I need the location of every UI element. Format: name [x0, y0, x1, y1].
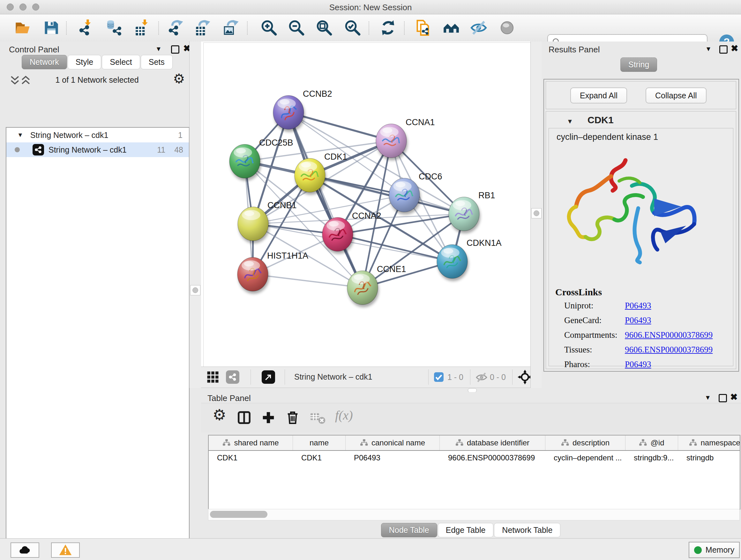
network-current-dot-icon	[15, 147, 20, 152]
left-splitter[interactable]	[189, 42, 201, 388]
left-splitter-grip[interactable]	[190, 285, 200, 295]
network-node-CDK1[interactable]	[294, 159, 325, 192]
export-image-button[interactable]	[224, 19, 240, 36]
network-edge[interactable]	[253, 274, 362, 288]
right-splitter[interactable]	[530, 42, 542, 388]
network-node-CCNA2[interactable]	[322, 217, 353, 251]
crosslink-link[interactable]: P06493	[625, 315, 651, 325]
column-header-name[interactable]: name	[293, 435, 346, 450]
memory-button[interactable]: Memory	[689, 542, 740, 558]
selected-checkbox-icon[interactable]	[434, 372, 444, 382]
column-header-shared-name[interactable]: shared name	[209, 435, 293, 450]
tab-select[interactable]: Select	[102, 55, 140, 69]
control-panel-float-icon[interactable]: ▼	[155, 45, 162, 53]
home-pair-icon	[443, 19, 460, 36]
delete-table-icon[interactable]	[310, 410, 326, 425]
save-session-button[interactable]	[43, 19, 59, 36]
network-share-icon[interactable]	[226, 370, 239, 384]
network-node-CCNE1[interactable]	[347, 271, 378, 305]
node-table[interactable]: shared namename canonical name database …	[208, 435, 740, 509]
hidden-eye-icon[interactable]	[475, 371, 488, 383]
export-network-button[interactable]	[168, 19, 185, 36]
function-builder-icon[interactable]: f(x)	[335, 408, 353, 423]
network-node-HIST1H1A[interactable]	[238, 257, 268, 291]
network-canvas[interactable]: CCNB2CCNA1CDC25BCDK1CDC6RB1CCNB1CCNA2CDK…	[203, 43, 531, 367]
network-node-CCNB2[interactable]	[273, 96, 304, 129]
tab-sets[interactable]: Sets	[141, 55, 173, 69]
open-session-icon	[14, 19, 31, 36]
network-node-RB1[interactable]	[449, 197, 479, 231]
network-row[interactable]: String Network – cdk1 11 48	[6, 142, 189, 157]
table-hscrollbar-thumb[interactable]	[210, 511, 267, 518]
warning-button[interactable]	[51, 543, 80, 558]
render-detail-button[interactable]	[499, 19, 515, 36]
expand-all-button[interactable]: Expand All	[570, 87, 627, 104]
crosslink-link[interactable]: 9606.ENSP00000378699	[625, 345, 713, 354]
import-table-button[interactable]	[135, 19, 151, 36]
column-header-namespace[interactable]: namespace	[678, 435, 740, 450]
crosslink-link[interactable]: P06493	[625, 360, 651, 369]
network-node-CDC25B[interactable]	[229, 144, 260, 178]
network-options-gear-icon[interactable]: ⚙	[173, 71, 185, 86]
share-document-button[interactable]	[414, 19, 431, 36]
home-pair-button[interactable]	[443, 19, 460, 36]
collapse-all-button[interactable]: Collapse All	[646, 87, 706, 104]
tab-network[interactable]: Network	[22, 55, 67, 69]
zoom-out-button[interactable]	[288, 19, 305, 36]
import-network-button[interactable]	[79, 19, 95, 36]
crosslink-link[interactable]: 9606.ENSP00000378699	[625, 330, 713, 340]
column-header-database-identifier[interactable]: database identifier	[440, 435, 545, 450]
right-splitter-grip[interactable]	[531, 208, 542, 219]
control-panel-maximize-icon[interactable]	[171, 45, 179, 54]
zoom-fit-button[interactable]	[316, 19, 333, 36]
collection-count: 1	[178, 131, 183, 140]
results-panel-float-icon[interactable]: ▼	[705, 45, 712, 53]
table-panel-close-icon[interactable]: ✖	[730, 393, 738, 401]
network-collection-row[interactable]: ▼ String Network – cdk1 1	[6, 128, 189, 142]
memory-label: Memory	[705, 545, 734, 555]
toolbar-separator	[158, 21, 159, 35]
birdseye-view-icon[interactable]	[262, 370, 275, 384]
table-panel-float-icon[interactable]: ▼	[704, 394, 711, 401]
table-gear-icon[interactable]: ⚙	[212, 406, 226, 424]
network-edge[interactable]	[288, 112, 391, 141]
tab-network-table[interactable]: Network Table	[494, 523, 560, 537]
crosslink-link[interactable]: P06493	[625, 301, 651, 310]
table-panel: Table Panel ▼ ✖ ⚙	[201, 392, 741, 538]
grid-view-icon[interactable]	[206, 370, 219, 384]
add-column-icon[interactable]	[261, 410, 276, 425]
network-node-CDC6[interactable]	[389, 178, 420, 212]
export-network-icon	[168, 19, 185, 36]
column-header--id[interactable]: @id	[625, 435, 678, 450]
network-node-CCNA1[interactable]	[376, 124, 407, 158]
network-node-CCNB1[interactable]	[238, 207, 268, 241]
network-label: String Network – cdk1	[49, 145, 127, 154]
tab-edge-table[interactable]: Edge Table	[438, 523, 494, 537]
import-database-button[interactable]	[106, 19, 122, 36]
delete-column-trash-icon[interactable]	[285, 410, 300, 425]
table-row[interactable]: CDK1CDK1P064939606.ENSP00000378699cyclin…	[209, 451, 740, 465]
tab-node-table[interactable]: Node Table	[381, 523, 437, 537]
results-panel-close-icon[interactable]: ✖	[731, 45, 738, 52]
cloud-button[interactable]	[10, 543, 39, 558]
bottom-splitter[interactable]	[201, 388, 741, 392]
hide-unhide-button[interactable]	[470, 19, 487, 36]
zoom-selected-button[interactable]	[344, 19, 361, 36]
network-node-CDKN1A[interactable]	[437, 245, 468, 278]
window-title: Session: New Session	[0, 3, 741, 12]
collection-expand-icon[interactable]: ▼	[17, 132, 23, 138]
column-header-canonical-name[interactable]: canonical name	[346, 435, 440, 450]
open-session-button[interactable]	[14, 19, 31, 36]
zoom-in-button[interactable]	[261, 19, 277, 36]
tab-style[interactable]: Style	[68, 55, 102, 69]
results-panel-maximize-icon[interactable]	[719, 45, 728, 54]
show-columns-icon[interactable]	[237, 410, 252, 425]
tab-string[interactable]: String	[620, 57, 657, 72]
refresh-button[interactable]	[380, 19, 396, 36]
export-table-button[interactable]	[195, 19, 212, 36]
column-header-description[interactable]: description	[545, 435, 625, 450]
node-label-CCNE1: CCNE1	[377, 264, 406, 274]
table-panel-maximize-icon[interactable]	[719, 394, 727, 402]
table-hscrollbar[interactable]	[208, 509, 740, 520]
gene-collapse-icon[interactable]: ▼	[567, 118, 573, 125]
